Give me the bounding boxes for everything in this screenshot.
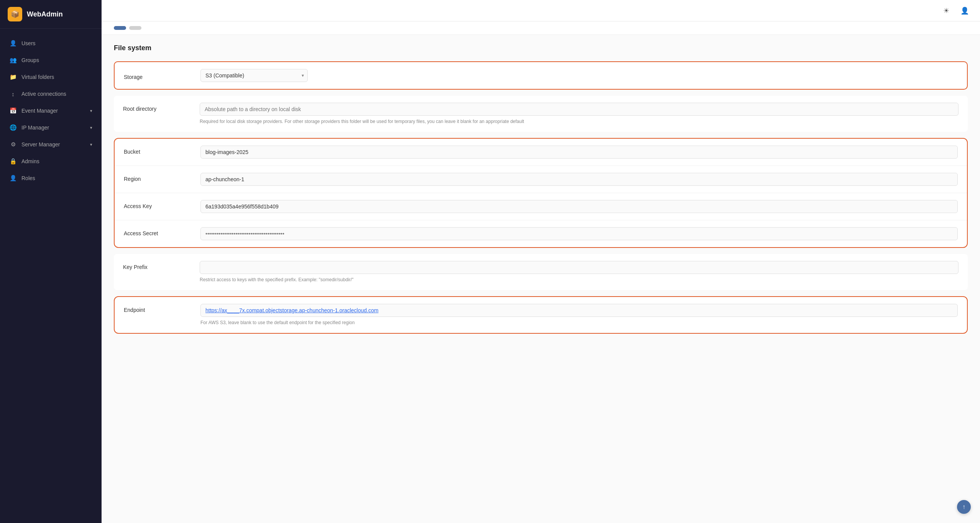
region-label: Region [124, 173, 200, 182]
page-title: File system [114, 44, 968, 52]
theme-toggle-button[interactable]: ☀ [940, 5, 952, 17]
sidebar-item-active-connections[interactable]: ↕ Active connections [0, 85, 102, 102]
server-icon: ⚙ [9, 141, 17, 148]
root-directory-value: Required for local disk storage provider… [200, 103, 959, 125]
sidebar-header: 📦 WebAdmin [0, 0, 102, 29]
sidebar-item-users[interactable]: 👤 Users [0, 35, 102, 52]
chevron-down-icon: ▾ [90, 108, 92, 113]
key-prefix-label: Key Prefix [123, 261, 200, 270]
topbar: ☀ 👤 [102, 0, 980, 21]
sidebar-item-roles[interactable]: 👤 Roles [0, 170, 102, 187]
access-key-value [200, 200, 958, 213]
endpoint-hint: For AWS S3, leave blank to use the defau… [200, 319, 958, 326]
admins-icon: 🔒 [9, 157, 17, 165]
app-title: WebAdmin [27, 10, 63, 18]
indicator-dot-2 [129, 26, 141, 30]
sidebar-item-label: Server Manager [21, 141, 89, 148]
sidebar-item-label: Event Manager [21, 108, 89, 114]
endpoint-row: Endpoint For AWS S3, leave blank to use … [124, 304, 958, 326]
roles-icon: 👤 [9, 174, 17, 182]
storage-select[interactable]: S3 (Compatible) Local disk Google Cloud … [200, 69, 308, 82]
indicator-dot-1 [114, 26, 126, 30]
sidebar-item-ip-manager[interactable]: 🌐 IP Manager ▾ [0, 119, 102, 136]
region-input[interactable] [200, 173, 958, 186]
root-directory-hint: Required for local disk storage provider… [200, 118, 959, 125]
endpoint-label: Endpoint [124, 304, 200, 313]
s3-settings-block: Bucket Region Access Key A [114, 138, 968, 248]
page-indicator [102, 21, 980, 35]
access-key-field-row: Access Key [115, 193, 967, 220]
folder-icon: 📁 [9, 73, 17, 81]
storage-field-row: Storage S3 (Compatible) Local disk Googl… [114, 61, 968, 90]
sidebar-item-virtual-folders[interactable]: 📁 Virtual folders [0, 69, 102, 85]
sidebar-item-groups[interactable]: 👥 Groups [0, 52, 102, 69]
chevron-down-icon: ▾ [90, 125, 92, 130]
bucket-input[interactable] [200, 146, 958, 159]
connections-icon: ↕ [9, 90, 17, 98]
sun-icon: ☀ [943, 7, 949, 15]
app-logo: 📦 [8, 7, 22, 21]
endpoint-block: Endpoint For AWS S3, leave blank to use … [114, 296, 968, 334]
sidebar-item-label: Groups [21, 57, 92, 63]
access-key-label: Access Key [124, 200, 200, 209]
region-field-row: Region [115, 166, 967, 193]
root-directory-row: Root directory Required for local disk s… [123, 103, 959, 125]
bucket-value [200, 146, 958, 159]
sidebar-item-label: Virtual folders [21, 74, 92, 80]
root-directory-input[interactable] [200, 103, 959, 116]
sidebar-nav: 👤 Users 👥 Groups 📁 Virtual folders ↕ Act… [0, 29, 102, 193]
chevron-down-icon: ▾ [90, 142, 92, 147]
sidebar-item-admins[interactable]: 🔒 Admins [0, 153, 102, 170]
groups-icon: 👥 [9, 56, 17, 64]
sidebar-item-label: Users [21, 40, 92, 46]
root-directory-section: Root directory Required for local disk s… [114, 96, 968, 132]
key-prefix-hint: Restrict access to keys with the specifi… [200, 276, 959, 283]
region-value [200, 173, 958, 186]
access-secret-input[interactable] [200, 227, 958, 240]
sidebar-item-server-manager[interactable]: ⚙ Server Manager ▾ [0, 136, 102, 153]
key-prefix-input[interactable] [200, 261, 959, 274]
chevron-up-icon: ↑ [962, 503, 965, 510]
sidebar-item-label: Admins [21, 158, 92, 164]
key-prefix-section: Key Prefix Restrict access to keys with … [114, 254, 968, 290]
scroll-to-top-button[interactable]: ↑ [957, 500, 971, 514]
storage-select-wrapper: S3 (Compatible) Local disk Google Cloud … [200, 69, 308, 82]
access-secret-value [200, 227, 958, 240]
root-directory-label: Root directory [123, 103, 200, 112]
endpoint-value: For AWS S3, leave blank to use the defau… [200, 304, 958, 326]
event-icon: 📅 [9, 107, 17, 115]
sidebar-item-label: IP Manager [21, 125, 89, 131]
bucket-field-row: Bucket [115, 139, 967, 166]
sidebar-item-label: Roles [21, 175, 92, 181]
user-icon: 👤 [960, 7, 969, 15]
key-prefix-row: Key Prefix Restrict access to keys with … [123, 261, 959, 283]
users-icon: 👤 [9, 39, 17, 47]
bucket-label: Bucket [124, 146, 200, 155]
storage-label: Storage [124, 71, 200, 80]
sidebar-item-label: Active connections [21, 91, 92, 97]
ip-icon: 🌐 [9, 124, 17, 131]
access-secret-label: Access Secret [124, 227, 200, 236]
sidebar-item-event-manager[interactable]: 📅 Event Manager ▾ [0, 102, 102, 119]
endpoint-input[interactable] [200, 304, 958, 317]
access-key-input[interactable] [200, 200, 958, 213]
key-prefix-value: Restrict access to keys with the specifi… [200, 261, 959, 283]
logo-icon: 📦 [11, 10, 19, 18]
access-secret-field-row: Access Secret [115, 220, 967, 247]
main-area: ☀ 👤 File system Storage S3 (Compatible) … [102, 0, 980, 523]
user-menu-button[interactable]: 👤 [959, 5, 971, 17]
sidebar: 📦 WebAdmin 👤 Users 👥 Groups 📁 Virtual fo… [0, 0, 102, 523]
content-area: File system Storage S3 (Compatible) Loca… [102, 35, 980, 523]
